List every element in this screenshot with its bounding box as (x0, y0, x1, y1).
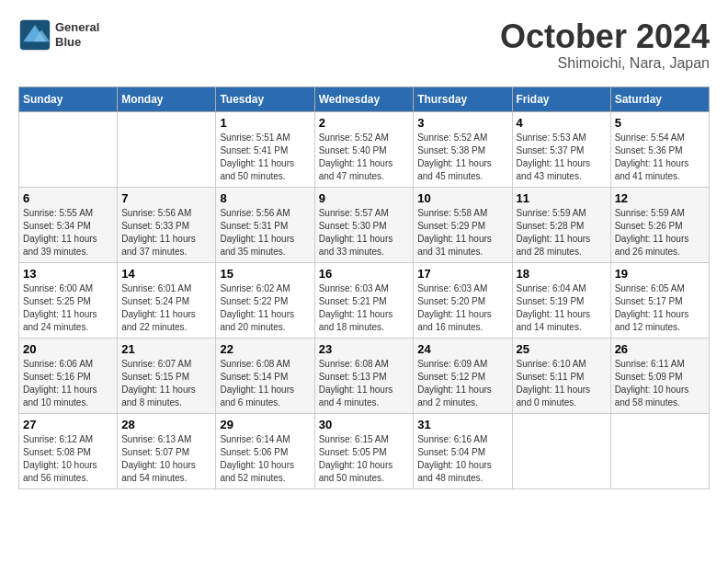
weekday-header: Sunday (19, 86, 118, 111)
day-info: Sunrise: 6:13 AM Sunset: 5:07 PM Dayligh… (121, 433, 211, 485)
day-info: Sunrise: 6:09 AM Sunset: 5:12 PM Dayligh… (417, 358, 507, 409)
calendar-cell: 17Sunrise: 6:03 AM Sunset: 5:20 PM Dayli… (414, 262, 512, 338)
calendar-cell: 11Sunrise: 5:59 AM Sunset: 5:28 PM Dayli… (512, 187, 610, 262)
day-number: 25 (517, 342, 607, 356)
day-number: 16 (319, 267, 410, 281)
calendar-cell: 3Sunrise: 5:52 AM Sunset: 5:38 PM Daylig… (414, 111, 512, 187)
calendar-cell: 22Sunrise: 6:08 AM Sunset: 5:14 PM Dayli… (216, 338, 314, 413)
calendar-cell (610, 413, 709, 488)
day-info: Sunrise: 6:04 AM Sunset: 5:19 PM Dayligh… (517, 282, 607, 334)
day-info: Sunrise: 5:54 AM Sunset: 5:36 PM Dayligh… (615, 132, 705, 183)
day-info: Sunrise: 5:58 AM Sunset: 5:29 PM Dayligh… (417, 207, 507, 259)
weekday-header: Friday (512, 86, 610, 111)
day-number: 30 (319, 418, 410, 431)
logo-line1: General (55, 20, 99, 35)
calendar-cell: 6Sunrise: 5:55 AM Sunset: 5:34 PM Daylig… (19, 187, 118, 262)
day-info: Sunrise: 6:10 AM Sunset: 5:11 PM Dayligh… (517, 358, 607, 409)
day-info: Sunrise: 5:59 AM Sunset: 5:28 PM Dayligh… (517, 207, 607, 259)
calendar-cell: 29Sunrise: 6:14 AM Sunset: 5:06 PM Dayli… (216, 413, 314, 488)
day-info: Sunrise: 5:57 AM Sunset: 5:30 PM Dayligh… (319, 207, 410, 259)
calendar-cell: 2Sunrise: 5:52 AM Sunset: 5:40 PM Daylig… (314, 111, 414, 187)
calendar-cell: 4Sunrise: 5:53 AM Sunset: 5:37 PM Daylig… (512, 111, 610, 187)
day-number: 20 (23, 342, 113, 356)
calendar-cell: 25Sunrise: 6:10 AM Sunset: 5:11 PM Dayli… (512, 338, 610, 413)
logo-icon (18, 18, 51, 52)
day-number: 7 (121, 191, 211, 205)
day-info: Sunrise: 5:53 AM Sunset: 5:37 PM Dayligh… (517, 132, 607, 183)
day-info: Sunrise: 6:05 AM Sunset: 5:17 PM Dayligh… (615, 282, 705, 334)
calendar-cell: 27Sunrise: 6:12 AM Sunset: 5:08 PM Dayli… (19, 413, 118, 488)
page-header: General Blue October 2024 Shimoichi, Nar… (18, 18, 710, 72)
day-number: 28 (121, 418, 211, 431)
calendar-cell (118, 111, 216, 187)
calendar-cell: 15Sunrise: 6:02 AM Sunset: 5:22 PM Dayli… (216, 262, 314, 338)
day-info: Sunrise: 6:02 AM Sunset: 5:22 PM Dayligh… (220, 282, 310, 334)
calendar-cell: 18Sunrise: 6:04 AM Sunset: 5:19 PM Dayli… (512, 262, 610, 338)
day-info: Sunrise: 5:52 AM Sunset: 5:38 PM Dayligh… (417, 132, 507, 183)
day-number: 22 (220, 342, 310, 356)
day-info: Sunrise: 5:52 AM Sunset: 5:40 PM Dayligh… (319, 132, 410, 183)
day-info: Sunrise: 6:00 AM Sunset: 5:25 PM Dayligh… (23, 282, 113, 334)
day-number: 5 (615, 116, 705, 130)
day-info: Sunrise: 6:06 AM Sunset: 5:16 PM Dayligh… (23, 358, 113, 409)
day-number: 13 (23, 267, 113, 281)
location: Shimoichi, Nara, Japan (500, 55, 710, 72)
calendar-cell: 26Sunrise: 6:11 AM Sunset: 5:09 PM Dayli… (610, 338, 709, 413)
day-number: 29 (220, 418, 310, 431)
calendar-cell: 31Sunrise: 6:16 AM Sunset: 5:04 PM Dayli… (414, 413, 512, 488)
calendar-cell: 24Sunrise: 6:09 AM Sunset: 5:12 PM Dayli… (414, 338, 512, 413)
day-number: 27 (23, 418, 113, 431)
weekday-header: Wednesday (314, 86, 414, 111)
calendar-cell: 12Sunrise: 5:59 AM Sunset: 5:26 PM Dayli… (610, 187, 709, 262)
calendar-cell: 13Sunrise: 6:00 AM Sunset: 5:25 PM Dayli… (19, 262, 118, 338)
day-info: Sunrise: 6:03 AM Sunset: 5:20 PM Dayligh… (417, 282, 507, 334)
title-section: October 2024 Shimoichi, Nara, Japan (500, 18, 710, 72)
calendar-cell: 9Sunrise: 5:57 AM Sunset: 5:30 PM Daylig… (314, 187, 414, 262)
day-number: 4 (517, 116, 607, 130)
calendar-cell: 21Sunrise: 6:07 AM Sunset: 5:15 PM Dayli… (118, 338, 216, 413)
day-number: 14 (121, 267, 211, 281)
day-number: 17 (417, 267, 507, 281)
day-number: 18 (517, 267, 607, 281)
calendar-cell: 16Sunrise: 6:03 AM Sunset: 5:21 PM Dayli… (314, 262, 414, 338)
day-info: Sunrise: 6:08 AM Sunset: 5:14 PM Dayligh… (220, 358, 310, 409)
logo-text: General Blue (55, 20, 99, 49)
calendar-cell (19, 111, 118, 187)
calendar-cell: 14Sunrise: 6:01 AM Sunset: 5:24 PM Dayli… (118, 262, 216, 338)
day-number: 23 (319, 342, 410, 356)
calendar-week-row: 13Sunrise: 6:00 AM Sunset: 5:25 PM Dayli… (19, 262, 710, 338)
calendar-cell: 5Sunrise: 5:54 AM Sunset: 5:36 PM Daylig… (610, 111, 709, 187)
calendar-table: SundayMondayTuesdayWednesdayThursdayFrid… (18, 86, 710, 489)
calendar-cell: 7Sunrise: 5:56 AM Sunset: 5:33 PM Daylig… (118, 187, 216, 262)
calendar-week-row: 27Sunrise: 6:12 AM Sunset: 5:08 PM Dayli… (19, 413, 710, 488)
calendar-week-row: 6Sunrise: 5:55 AM Sunset: 5:34 PM Daylig… (19, 187, 710, 262)
day-info: Sunrise: 6:01 AM Sunset: 5:24 PM Dayligh… (121, 282, 211, 334)
day-number: 26 (615, 342, 705, 356)
day-info: Sunrise: 6:07 AM Sunset: 5:15 PM Dayligh… (121, 358, 211, 409)
day-info: Sunrise: 5:56 AM Sunset: 5:33 PM Dayligh… (121, 207, 211, 259)
day-number: 10 (417, 191, 507, 205)
day-info: Sunrise: 6:15 AM Sunset: 5:05 PM Dayligh… (319, 433, 410, 485)
day-number: 9 (319, 191, 410, 205)
day-number: 12 (615, 191, 705, 205)
day-info: Sunrise: 6:03 AM Sunset: 5:21 PM Dayligh… (319, 282, 410, 334)
day-info: Sunrise: 5:51 AM Sunset: 5:41 PM Dayligh… (220, 132, 310, 183)
weekday-header: Monday (118, 86, 216, 111)
calendar-cell: 20Sunrise: 6:06 AM Sunset: 5:16 PM Dayli… (19, 338, 118, 413)
calendar-cell: 23Sunrise: 6:08 AM Sunset: 5:13 PM Dayli… (314, 338, 414, 413)
month-title: October 2024 (500, 18, 710, 55)
day-number: 15 (220, 267, 310, 281)
day-info: Sunrise: 6:08 AM Sunset: 5:13 PM Dayligh… (319, 358, 410, 409)
day-number: 2 (319, 116, 410, 130)
day-number: 31 (417, 418, 507, 431)
day-number: 1 (220, 116, 310, 130)
day-info: Sunrise: 5:59 AM Sunset: 5:26 PM Dayligh… (615, 207, 705, 259)
calendar-week-row: 20Sunrise: 6:06 AM Sunset: 5:16 PM Dayli… (19, 338, 710, 413)
day-info: Sunrise: 6:12 AM Sunset: 5:08 PM Dayligh… (23, 433, 113, 485)
weekday-header: Tuesday (216, 86, 314, 111)
day-info: Sunrise: 5:56 AM Sunset: 5:31 PM Dayligh… (220, 207, 310, 259)
day-number: 6 (23, 191, 113, 205)
calendar-cell: 1Sunrise: 5:51 AM Sunset: 5:41 PM Daylig… (216, 111, 314, 187)
day-info: Sunrise: 6:11 AM Sunset: 5:09 PM Dayligh… (615, 358, 705, 409)
day-info: Sunrise: 5:55 AM Sunset: 5:34 PM Dayligh… (23, 207, 113, 259)
